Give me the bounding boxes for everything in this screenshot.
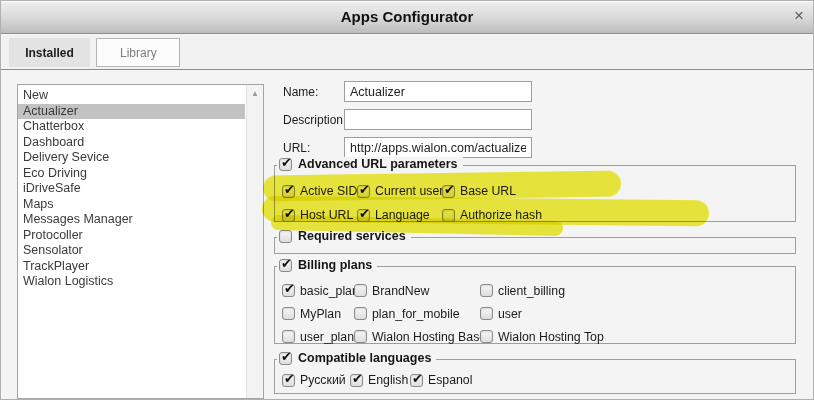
app-list-item[interactable]: Maps bbox=[18, 197, 245, 213]
app-list-item[interactable]: Eco Driving bbox=[18, 166, 245, 182]
url-label: URL: bbox=[283, 141, 344, 155]
option-label: client_billing bbox=[498, 284, 565, 298]
list-scrollbar[interactable]: ▲ bbox=[246, 85, 263, 398]
required-services-checkbox[interactable] bbox=[279, 230, 292, 243]
description-input[interactable] bbox=[344, 109, 532, 130]
app-list-item[interactable]: Sensolator bbox=[18, 243, 245, 259]
billing-options: basic_plan BrandNew client_billing bbox=[282, 279, 795, 348]
apps-configurator-dialog: Apps Configurator × Installed Library Ne… bbox=[0, 0, 814, 400]
option-checkbox[interactable] bbox=[282, 374, 295, 387]
billing-option: user bbox=[480, 307, 795, 321]
option-label: BrandNew bbox=[372, 284, 429, 298]
option-checkbox[interactable] bbox=[354, 330, 367, 343]
billing-option: Wialon Hosting Base bbox=[354, 330, 480, 344]
option-checkbox[interactable] bbox=[410, 374, 423, 387]
option-checkbox[interactable] bbox=[480, 330, 493, 343]
dialog-title: Apps Configurator bbox=[1, 8, 813, 25]
option-checkbox[interactable] bbox=[357, 209, 370, 222]
advanced-option: Current user bbox=[357, 184, 442, 198]
billing-plans-legend: Billing plans bbox=[277, 258, 377, 272]
app-list-item[interactable]: Wialon Logistics bbox=[18, 274, 245, 290]
option-label: basic_plan bbox=[300, 284, 359, 298]
app-list-item[interactable]: Protocoller bbox=[18, 228, 245, 244]
advanced-option: Base URL bbox=[442, 184, 795, 198]
option-label: Wialon Hosting Base bbox=[372, 330, 486, 344]
option-checkbox[interactable] bbox=[350, 374, 363, 387]
option-label: plan_for_mobile bbox=[372, 307, 460, 321]
billing-option: plan_for_mobile bbox=[354, 307, 480, 321]
billing-plans-checkbox[interactable] bbox=[279, 259, 292, 272]
advanced-url-parameters-group: Advanced URL parameters Active SID Curre… bbox=[274, 165, 796, 222]
option-label: Current user bbox=[375, 184, 443, 198]
option-label: Espanol bbox=[428, 373, 472, 387]
app-list-item[interactable]: TrackPlayer bbox=[18, 259, 245, 275]
compatible-languages-label: Compatible languages bbox=[298, 351, 431, 365]
option-checkbox[interactable] bbox=[442, 185, 455, 198]
tab-installed[interactable]: Installed bbox=[9, 38, 90, 67]
app-list-item[interactable]: Chatterbox bbox=[18, 119, 245, 135]
option-label: Active SID bbox=[300, 184, 357, 198]
language-options: Русский English Espanol bbox=[282, 371, 795, 389]
advanced-option: Active SID bbox=[282, 184, 357, 198]
advanced-options: Active SID Current user Base URL bbox=[282, 179, 795, 227]
option-checkbox[interactable] bbox=[282, 185, 295, 198]
app-list[interactable]: New Actualizer Chatterbox Dashboard Deli… bbox=[17, 84, 264, 399]
advanced-url-parameters-checkbox[interactable] bbox=[279, 158, 292, 171]
close-icon[interactable]: × bbox=[789, 6, 809, 26]
advanced-option: Authorize hash bbox=[442, 208, 795, 222]
required-services-group: Required services bbox=[274, 237, 796, 254]
option-label: MyPlan bbox=[300, 307, 341, 321]
app-list-item[interactable]: New bbox=[18, 88, 245, 104]
billing-plans-group: Billing plans basic_plan BrandNew bbox=[274, 266, 796, 344]
description-label: Description: bbox=[283, 113, 344, 127]
app-list-item[interactable]: iDriveSafe bbox=[18, 181, 245, 197]
billing-option: BrandNew bbox=[354, 284, 480, 298]
app-list-item[interactable]: Actualizer bbox=[18, 104, 245, 120]
tab-bar: Installed Library bbox=[1, 35, 813, 70]
required-services-label: Required services bbox=[298, 229, 406, 243]
option-checkbox[interactable] bbox=[282, 330, 295, 343]
option-label: user bbox=[498, 307, 522, 321]
option-checkbox[interactable] bbox=[282, 209, 295, 222]
billing-option: user_plan bbox=[282, 330, 354, 344]
option-label: user_plan bbox=[300, 330, 354, 344]
app-list-item[interactable]: Messages Manager bbox=[18, 212, 245, 228]
option-checkbox[interactable] bbox=[354, 307, 367, 320]
option-label: English bbox=[368, 373, 408, 387]
url-row: URL: bbox=[274, 137, 796, 158]
name-input[interactable] bbox=[344, 81, 532, 102]
option-checkbox[interactable] bbox=[354, 284, 367, 297]
compatible-languages-group: Compatible languages Русский English bbox=[274, 359, 796, 394]
option-label: Language bbox=[375, 208, 430, 222]
app-list-item[interactable]: Delivery Sevice bbox=[18, 150, 245, 166]
option-checkbox[interactable] bbox=[282, 284, 295, 297]
billing-option: Wialon Hosting Top bbox=[480, 330, 795, 344]
billing-option: client_billing bbox=[480, 284, 795, 298]
app-detail-panel: Name: Description: URL: Advanced URL par… bbox=[274, 76, 796, 394]
advanced-url-parameters-legend: Advanced URL parameters bbox=[277, 157, 463, 171]
advanced-option: Host URL bbox=[282, 208, 357, 222]
option-label: Wialon Hosting Top bbox=[498, 330, 604, 344]
description-row: Description: bbox=[274, 109, 796, 130]
url-input[interactable] bbox=[344, 137, 532, 158]
advanced-option: Language bbox=[357, 208, 442, 222]
option-checkbox[interactable] bbox=[480, 284, 493, 297]
advanced-url-parameters-label: Advanced URL parameters bbox=[298, 157, 458, 171]
option-label: Host URL bbox=[300, 208, 353, 222]
required-services-legend: Required services bbox=[277, 229, 411, 243]
language-option: Русский bbox=[282, 373, 350, 387]
language-option: English bbox=[350, 373, 410, 387]
option-checkbox[interactable] bbox=[282, 307, 295, 320]
title-bar: Apps Configurator × bbox=[1, 1, 813, 34]
compatible-languages-checkbox[interactable] bbox=[279, 352, 292, 365]
option-label: Русский bbox=[300, 373, 346, 387]
option-label: Base URL bbox=[460, 184, 516, 198]
option-checkbox[interactable] bbox=[480, 307, 493, 320]
option-checkbox[interactable] bbox=[357, 185, 370, 198]
billing-plans-label: Billing plans bbox=[298, 258, 372, 272]
tab-library[interactable]: Library bbox=[96, 38, 180, 67]
app-list-item[interactable]: Dashboard bbox=[18, 135, 245, 151]
scroll-up-icon[interactable]: ▲ bbox=[247, 89, 263, 98]
option-checkbox[interactable] bbox=[442, 209, 455, 222]
language-option: Espanol bbox=[410, 373, 795, 387]
